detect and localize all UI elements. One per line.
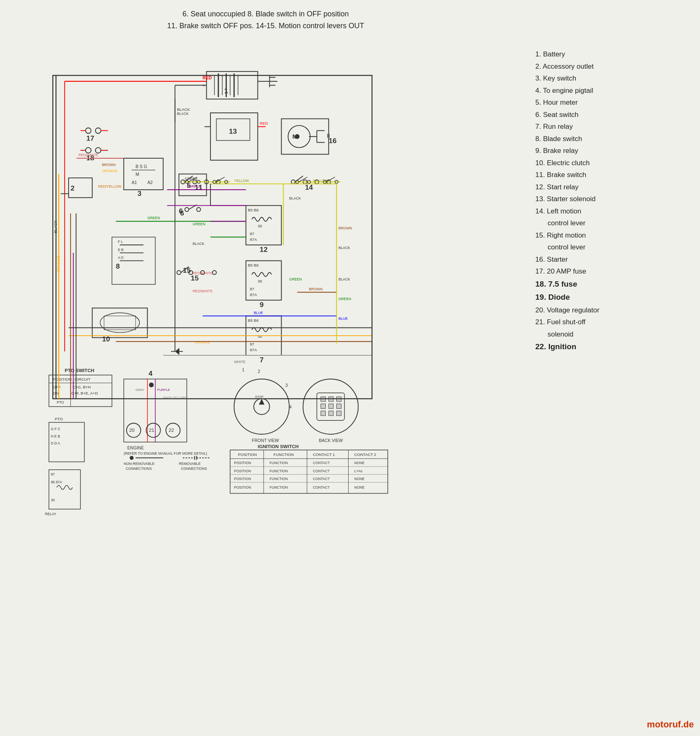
svg-text:H E  B: H E B — [51, 434, 60, 438]
svg-text:NON-REMOVABLE: NON-REMOVABLE — [124, 462, 155, 466]
svg-text:GREEN: GREEN — [148, 216, 160, 220]
svg-text:BLUE: BLUE — [338, 316, 348, 321]
svg-text:YELLOW: YELLOW — [234, 178, 249, 182]
svg-text:30: 30 — [258, 223, 262, 228]
svg-text:30: 30 — [51, 498, 55, 502]
svg-text:BROWN: BROWN — [102, 163, 116, 167]
svg-text:PTO SWITCH: PTO SWITCH — [65, 368, 94, 372]
svg-text:ORANGE: ORANGE — [102, 168, 118, 173]
svg-text:E  B: E B — [118, 247, 123, 251]
svg-text:RED/YELLOW: RED/YELLOW — [98, 184, 122, 188]
svg-rect-208 — [337, 404, 342, 408]
svg-text:B5  B6: B5 B6 — [248, 208, 259, 212]
watermark: motoruf.de — [647, 719, 694, 730]
svg-text:NONE: NONE — [354, 476, 365, 480]
condition-line1: 6. Seat unoccupied 8. Blade switch in OF… — [8, 8, 523, 20]
svg-text:IGNITION SWITCH: IGNITION SWITCH — [258, 444, 299, 449]
svg-text:14: 14 — [305, 183, 313, 191]
svg-text:CONTACT: CONTACT — [313, 469, 330, 473]
legend-item: solenoid — [535, 329, 696, 340]
svg-text:CONTACT 1: CONTACT 1 — [313, 452, 335, 457]
legend-item: 19. Diode — [535, 292, 696, 303]
svg-text:87: 87 — [250, 287, 254, 291]
svg-text:C+F, B+E, A+D: C+F, B+E, A+D — [72, 391, 98, 395]
svg-text:G F  C: G F C — [51, 427, 60, 431]
svg-text:NONE: NONE — [354, 485, 365, 489]
svg-text:9: 9 — [260, 301, 264, 309]
svg-text:REMOVABLE: REMOVABLE — [179, 462, 201, 466]
svg-point-173 — [149, 382, 154, 387]
legend-item: control lever — [535, 242, 696, 253]
legend-item: control lever — [535, 218, 696, 229]
svg-text:15: 15 — [183, 266, 191, 274]
svg-text:BROWN: BROWN — [309, 287, 322, 291]
legend-item: 6. Seat switch — [535, 110, 696, 120]
svg-text:87: 87 — [250, 342, 254, 346]
svg-text:FUNCTION: FUNCTION — [270, 461, 288, 465]
svg-text:4: 4 — [289, 404, 292, 409]
svg-text:STOP: STOP — [255, 395, 264, 399]
svg-text:M: M — [293, 132, 298, 139]
svg-text:30: 30 — [258, 278, 262, 283]
svg-text:ENGINE: ENGINE — [127, 445, 144, 450]
wiring-diagram: RED + 1 BLACK — [29, 36, 503, 588]
legend-item: 10. Electric clutch — [535, 158, 696, 168]
legend-item: 5. Hour meter — [535, 97, 696, 108]
svg-text:PTO: PTO — [55, 417, 63, 421]
svg-text:2: 2 — [71, 184, 75, 192]
condition-line2: 11. Brake switch OFF pos. 14-15. Motion … — [8, 20, 523, 32]
svg-text:RED: RED — [260, 121, 268, 126]
svg-text:3: 3 — [285, 383, 288, 388]
svg-text:3: 3 — [138, 189, 142, 197]
legend-item: 18. 7.5 fuse — [535, 278, 696, 290]
svg-text:WHITE: WHITE — [234, 360, 246, 364]
svg-text:PURPLE: PURPLE — [187, 184, 201, 188]
svg-text:B5  B6: B5 B6 — [248, 263, 259, 267]
svg-text:F  L: F L — [118, 240, 123, 244]
svg-text:A2: A2 — [148, 180, 153, 184]
svg-text:BLACK: BLACK — [53, 220, 58, 233]
legend-item: 14. Left motion — [535, 206, 696, 217]
svg-text:BLACK: BLACK — [177, 107, 190, 112]
svg-text:GREEN: GREEN — [338, 297, 351, 301]
svg-text:7: 7 — [260, 356, 264, 364]
legend-item: 12. Start relay — [535, 182, 696, 193]
svg-text:22: 22 — [169, 428, 174, 433]
svg-rect-0 — [37, 36, 494, 588]
svg-text:17: 17 — [86, 134, 94, 142]
conditions-text: 6. Seat unoccupied 8. Blade switch in OF… — [8, 8, 523, 32]
svg-text:10: 10 — [102, 335, 110, 343]
legend-item: 9. Brake relay — [535, 146, 696, 156]
svg-text:A  D: A D — [118, 255, 123, 259]
svg-text:RELAY: RELAY — [45, 512, 56, 516]
svg-text:L+As: L+As — [354, 469, 363, 473]
legend-item: 1. Battery — [535, 49, 696, 60]
svg-text:POSITION: POSITION — [234, 461, 251, 465]
legend-item: 21. Fuel shut-off — [535, 317, 696, 328]
svg-text:87A: 87A — [250, 348, 257, 352]
svg-text:87A: 87A — [250, 292, 257, 297]
svg-text:GREEN: GREEN — [193, 222, 206, 226]
svg-text:RED/WHITE: RED/WHITE — [193, 289, 213, 293]
legend-item: 7. Run relay — [535, 121, 696, 132]
legend-item: 11. Brake switch — [535, 170, 696, 180]
svg-text:C+G, B+H: C+G, B+H — [73, 385, 91, 389]
svg-text:CONTACT 2: CONTACT 2 — [354, 452, 376, 457]
legend-item: 3. Key switch — [535, 73, 696, 84]
svg-text:BLACK: BLACK — [193, 242, 205, 246]
svg-text:20: 20 — [129, 428, 134, 433]
svg-text:POSITION: POSITION — [234, 469, 251, 473]
svg-text:87A: 87A — [250, 237, 257, 242]
svg-text:FUNCTION: FUNCTION — [270, 469, 288, 473]
svg-text:B  S  G: B S G — [136, 164, 147, 169]
legend-item: 8. Blade switch — [535, 134, 696, 144]
wiring-svg: RED + 1 BLACK — [29, 36, 503, 588]
svg-rect-207 — [329, 404, 333, 408]
svg-text:RED/WHITE: RED/WHITE — [193, 271, 213, 275]
svg-text:GREEN: GREEN — [289, 277, 302, 281]
svg-rect-211 — [337, 411, 342, 416]
svg-text:BLUE: BLUE — [254, 310, 263, 314]
svg-text:CONNECTIONS: CONNECTIONS — [126, 466, 152, 470]
legend-item: 15. Right motion — [535, 230, 696, 241]
svg-text:ORANGE: ORANGE — [195, 340, 210, 344]
